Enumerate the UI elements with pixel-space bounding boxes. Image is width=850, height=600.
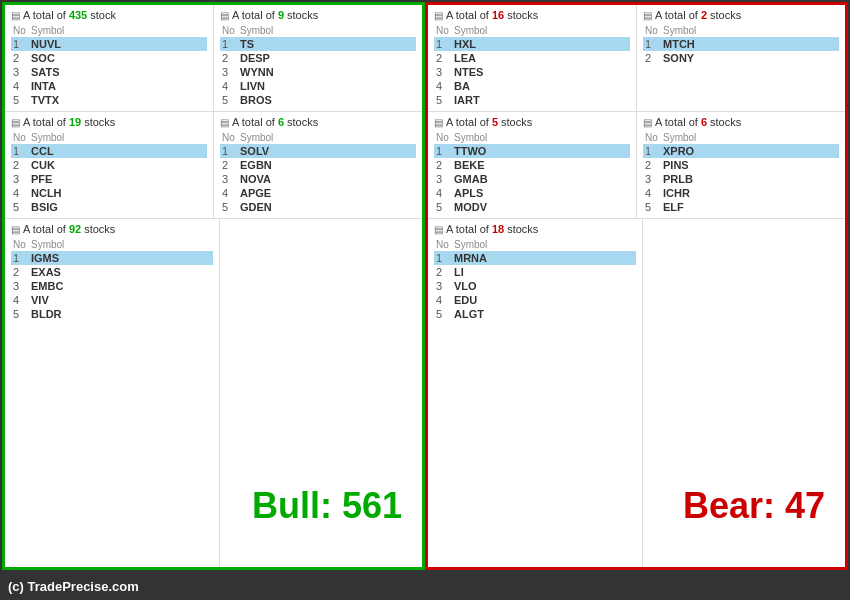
list-icon-3: ▤: [11, 117, 20, 128]
row-no: 3: [11, 279, 29, 293]
table-row: 5 TVTX: [11, 93, 207, 107]
list-icon-9: ▤: [643, 117, 652, 128]
row-no: 3: [434, 279, 452, 293]
table-row: 5 IART: [434, 93, 630, 107]
bull-bot-row: ▤ A total of 92 stocks No Symbol 1 IGMS …: [5, 219, 422, 567]
bull-header-435-text: A total of 435 stock: [23, 9, 116, 21]
bear-header-6b: ▤ A total of 6 stocks: [643, 116, 839, 128]
row-symbol: PINS: [661, 158, 839, 172]
row-symbol: MRNA: [452, 251, 636, 265]
table-row: 3 WYNN: [220, 65, 416, 79]
table-row: 1 XPRO: [643, 144, 839, 158]
row-no: 2: [11, 158, 29, 172]
list-icon-2: ▤: [220, 10, 229, 21]
bull-section-92: ▤ A total of 92 stocks No Symbol 1 IGMS …: [5, 219, 220, 567]
row-no: 4: [220, 79, 238, 93]
row-symbol: VLO: [452, 279, 636, 293]
row-no: 3: [434, 172, 452, 186]
table-row: 2 LI: [434, 265, 636, 279]
row-symbol: CUK: [29, 158, 207, 172]
table-row: 2 CUK: [11, 158, 207, 172]
bear-header-5: ▤ A total of 5 stocks: [434, 116, 630, 128]
list-icon-4: ▤: [220, 117, 229, 128]
row-no: 1: [434, 144, 452, 158]
row-no: 5: [11, 93, 29, 107]
bear-section: ▤ A total of 16 stocks No Symbol 1 HXL 2…: [425, 2, 848, 570]
col-symbol-header: Symbol: [29, 131, 207, 144]
table-row: 2 EXAS: [11, 265, 213, 279]
row-symbol: NOVA: [238, 172, 416, 186]
bull-header-6-text: A total of 6 stocks: [232, 116, 318, 128]
table-row: 1 MTCH: [643, 37, 839, 51]
bull-mid-row: ▤ A total of 19 stocks No Symbol 1 CCL 2…: [5, 112, 422, 219]
bull-section-6: ▤ A total of 6 stocks No Symbol 1 SOLV 2…: [214, 112, 422, 218]
bull-header-92: ▤ A total of 92 stocks: [11, 223, 213, 235]
table-row: 3 PRLB: [643, 172, 839, 186]
row-symbol: VIV: [29, 293, 213, 307]
row-symbol: MODV: [452, 200, 630, 214]
row-no: 1: [220, 37, 238, 51]
row-no: 1: [11, 251, 29, 265]
main-container: ▤ A total of 435 stock No Symbol 1 NUVL …: [0, 0, 850, 572]
row-no: 4: [434, 293, 452, 307]
bull-header-19-text: A total of 19 stocks: [23, 116, 115, 128]
table-row: 4 EDU: [434, 293, 636, 307]
col-symbol-header: Symbol: [452, 131, 630, 144]
row-no: 2: [434, 51, 452, 65]
footer-text: (c) TradePrecise.com: [8, 579, 139, 594]
row-symbol: BA: [452, 79, 630, 93]
row-no: 1: [11, 37, 29, 51]
row-symbol: LEA: [452, 51, 630, 65]
row-no: 5: [11, 200, 29, 214]
bull-count-19: 19: [69, 116, 81, 128]
row-symbol: TS: [238, 37, 416, 51]
table-row: 3 VLO: [434, 279, 636, 293]
table-row: 5 BLDR: [11, 307, 213, 321]
bull-label-container: Bull: 561: [220, 219, 422, 567]
bull-header-435: ▤ A total of 435 stock: [11, 9, 207, 21]
row-no: 3: [220, 65, 238, 79]
row-symbol: NCLH: [29, 186, 207, 200]
row-symbol: SONY: [661, 51, 839, 65]
row-no: 1: [434, 251, 452, 265]
row-symbol: ICHR: [661, 186, 839, 200]
table-row: 1 NUVL: [11, 37, 207, 51]
bear-section-2: ▤ A total of 2 stocks No Symbol 1 MTCH 2…: [637, 5, 845, 111]
row-no: 2: [643, 158, 661, 172]
col-symbol-header: Symbol: [661, 24, 839, 37]
bull-table-19: No Symbol 1 CCL 2 CUK 3 PFE 4 NCLH 5 BSI…: [11, 131, 207, 214]
bull-count-6: 6: [278, 116, 284, 128]
col-symbol-header: Symbol: [452, 24, 630, 37]
table-row: 5 ELF: [643, 200, 839, 214]
table-row: 1 TS: [220, 37, 416, 51]
list-icon-5: ▤: [11, 224, 20, 235]
row-no: 3: [220, 172, 238, 186]
table-row: 4 NCLH: [11, 186, 207, 200]
col-symbol-header: Symbol: [29, 238, 213, 251]
row-symbol: HXL: [452, 37, 630, 51]
bear-section-5: ▤ A total of 5 stocks No Symbol 1 TTWO 2…: [428, 112, 637, 218]
bull-header-92-text: A total of 92 stocks: [23, 223, 115, 235]
table-row: 5 ALGT: [434, 307, 636, 321]
table-row: 1 CCL: [11, 144, 207, 158]
bear-section-6b: ▤ A total of 6 stocks No Symbol 1 XPRO 2…: [637, 112, 845, 218]
bull-top-row: ▤ A total of 435 stock No Symbol 1 NUVL …: [5, 5, 422, 112]
row-no: 1: [220, 144, 238, 158]
bull-table-6: No Symbol 1 SOLV 2 EGBN 3 NOVA 4 APGE 5 …: [220, 131, 416, 214]
bull-section-9: ▤ A total of 9 stocks No Symbol 1 TS 2 D…: [214, 5, 422, 111]
row-no: 3: [11, 65, 29, 79]
row-no: 5: [434, 200, 452, 214]
row-no: 2: [11, 51, 29, 65]
table-row: 5 GDEN: [220, 200, 416, 214]
table-row: 1 SOLV: [220, 144, 416, 158]
bull-table-92: No Symbol 1 IGMS 2 EXAS 3 EMBC 4 VIV 5 B…: [11, 238, 213, 321]
list-icon-10: ▤: [434, 224, 443, 235]
row-no: 3: [643, 172, 661, 186]
row-symbol: BEKE: [452, 158, 630, 172]
bull-count-92: 92: [69, 223, 81, 235]
table-row: 5 MODV: [434, 200, 630, 214]
table-row: 2 DESP: [220, 51, 416, 65]
table-row: 1 HXL: [434, 37, 630, 51]
col-no-header: No: [220, 131, 238, 144]
row-symbol: EXAS: [29, 265, 213, 279]
